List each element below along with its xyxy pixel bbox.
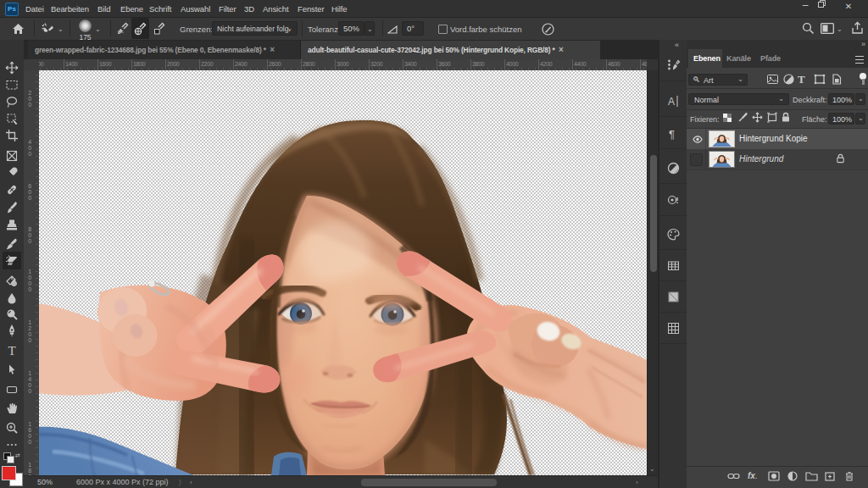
svg-text:T: T xyxy=(8,344,15,358)
